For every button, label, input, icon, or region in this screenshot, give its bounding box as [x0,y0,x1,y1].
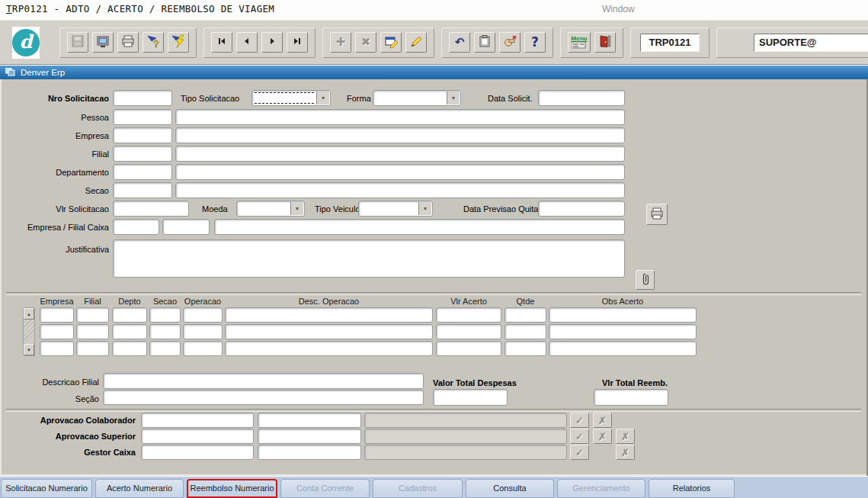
grid-cell[interactable] [549,324,697,339]
tab-acerto-numerario[interactable]: Acerto Numerario [95,479,184,498]
grid-cell[interactable] [149,341,181,356]
data-solicit-field[interactable] [538,90,625,106]
grid-header-operacao: Operacao [183,297,223,307]
nro-solicitacao-field[interactable] [113,90,172,106]
scroll-down-icon[interactable]: ▼ [24,344,34,355]
program-code-field[interactable] [640,34,700,52]
data-solicit-label: Data Solicit. [488,93,533,104]
grid-cell[interactable] [549,341,697,356]
vlr-total-reemb-field[interactable] [594,389,668,406]
tab-relatorios[interactable]: Relatorios [649,479,735,498]
grid-cell[interactable] [225,341,433,356]
aprovacao-colaborador-user-field[interactable] [141,413,254,428]
grid-cell[interactable] [40,324,74,339]
next-record-button[interactable] [261,32,283,53]
section-divider [6,292,861,295]
edit-record-button[interactable] [380,32,402,53]
chevron-down-icon[interactable]: ▼ [316,92,329,104]
forma-select[interactable]: ▼ [373,90,461,106]
grid-cell[interactable] [112,341,147,356]
print-icon [121,34,135,50]
grid-cell[interactable] [436,307,501,323]
grid-cell[interactable] [504,307,546,323]
display-button[interactable] [92,32,114,53]
undo-button[interactable]: ↶ [449,32,470,53]
grid-cell[interactable] [112,324,147,339]
vlr-solicitacao-field[interactable] [113,201,189,217]
grid-cell[interactable] [40,341,74,356]
grid-cell[interactable] [183,324,223,339]
aprovacao-superior-user-field[interactable] [141,429,254,444]
grid-cell[interactable] [549,307,697,323]
grid-cell[interactable] [112,307,147,323]
clipboard-button[interactable] [474,32,495,53]
grid-cell[interactable] [149,307,181,323]
aprovacao-superior-date-field[interactable] [258,429,361,444]
scroll-up-icon[interactable]: ▲ [24,308,34,320]
execute-query-button[interactable] [168,32,189,53]
filial-code-field[interactable] [113,146,172,162]
enter-query-button[interactable]: ? [143,32,164,53]
grid-cell[interactable] [76,341,109,356]
lock-record-button[interactable] [499,32,520,53]
print-button[interactable] [117,32,139,53]
grid-cell[interactable] [225,307,433,323]
tab-consulta[interactable]: Consulta [466,479,554,498]
grid-cell[interactable] [183,307,223,323]
grid-cell[interactable] [183,341,223,356]
tab-reembolso-numerario[interactable]: Reembolso Numerario [187,479,277,498]
help-button[interactable]: ? [524,32,546,53]
pessoa-desc-field[interactable] [175,109,625,125]
scrollbar-thumb[interactable] [24,320,34,344]
secao-code-field[interactable] [113,182,172,198]
secao-totals-field[interactable] [103,390,424,405]
departamento-code-field[interactable] [113,164,172,180]
x-icon: ✗ [621,431,629,442]
item-editor-button[interactable] [405,32,427,53]
pessoa-code-field[interactable] [113,109,172,125]
exit-button[interactable] [594,32,616,53]
descricao-filial-field[interactable] [103,373,424,389]
print-request-button[interactable] [646,204,668,225]
grid-cell[interactable] [504,324,546,339]
last-record-button[interactable] [287,32,308,53]
user-field[interactable] [754,34,868,52]
undo-icon: ↶ [455,37,465,48]
grid-cell[interactable] [504,341,546,356]
grid-scrollbar[interactable]: ▲ ▼ [23,307,35,356]
filial-caixa-field[interactable] [162,219,210,235]
gestor-caixa-date-field[interactable] [258,445,361,460]
empresa-caixa-field[interactable] [113,219,159,235]
caixa-desc-field[interactable] [214,219,625,235]
menu-button[interactable]: Menu [568,32,591,53]
chevron-down-icon[interactable]: ▼ [418,202,431,215]
tab-solicitacao-numerario[interactable]: Solicitacao Numerario [1,479,92,498]
moeda-select[interactable]: ▼ [236,201,305,217]
grid-header-vlr-acerto: Vlr Acerto [436,297,501,307]
tipo-veiculo-select[interactable]: ▼ [358,201,433,217]
menu-item-window[interactable]: Window [602,4,635,14]
grid-cell[interactable] [225,324,433,339]
chevron-down-icon[interactable]: ▼ [447,92,460,104]
grid-cell[interactable] [436,341,501,356]
grid-cell[interactable] [76,307,109,323]
grid-cell[interactable] [40,307,74,323]
tipo-solicitacao-select[interactable]: ▼ [251,90,331,106]
empresa-desc-field[interactable] [175,127,625,143]
grid-cell[interactable] [76,324,109,339]
chevron-down-icon[interactable]: ▼ [290,202,303,215]
aprovacao-colaborador-date-field[interactable] [258,413,361,428]
attachment-button[interactable] [636,270,655,290]
justificativa-textarea[interactable] [113,239,625,278]
departamento-desc-field[interactable] [175,164,625,180]
first-record-button[interactable] [211,32,232,53]
grid-cell[interactable] [149,324,181,339]
empresa-code-field[interactable] [113,127,172,143]
valor-total-despesas-field[interactable] [433,389,508,406]
grid-cell[interactable] [436,324,501,339]
secao-desc-field[interactable] [175,182,625,198]
filial-desc-field[interactable] [175,146,625,162]
previous-record-button[interactable] [236,32,258,53]
gestor-caixa-user-field[interactable] [141,445,254,460]
data-previsao-quitacao-field[interactable] [538,201,625,217]
